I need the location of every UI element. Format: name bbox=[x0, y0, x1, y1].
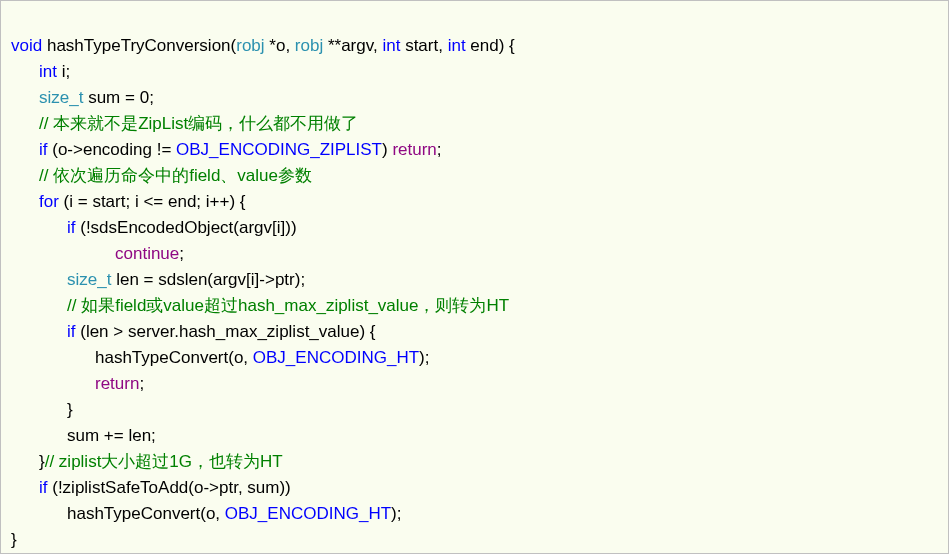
for-header: (i = start; i <= end; i++) { bbox=[59, 192, 246, 211]
type-int: int bbox=[382, 36, 400, 55]
type-robj: robj bbox=[236, 36, 264, 55]
line-2: int i; bbox=[11, 62, 70, 81]
type-int: int bbox=[39, 62, 57, 81]
call-hashtypeconvert: hashTypeConvert(o, bbox=[95, 348, 253, 367]
line-4: // 本来就不是ZipList编码，什么都不用做了 bbox=[11, 114, 358, 133]
brace-open: ) { bbox=[499, 36, 515, 55]
type-size-t: size_t bbox=[39, 88, 83, 107]
line-11: // 如果field或value超过hash_max_ziplist_value… bbox=[11, 296, 509, 315]
line-15: } bbox=[11, 400, 73, 419]
keyword-if: if bbox=[67, 218, 76, 237]
const-encoding-ziplist: OBJ_ENCODING_ZIPLIST bbox=[176, 140, 382, 159]
stmt-sum: sum += len; bbox=[67, 426, 156, 445]
brace-close: } bbox=[67, 400, 73, 419]
line-3: size_t sum = 0; bbox=[11, 88, 154, 107]
code-snippet: void hashTypeTryConversion(robj *o, robj… bbox=[0, 0, 949, 554]
type-int: int bbox=[448, 36, 466, 55]
line-6: // 依次遍历命令中的field、value参数 bbox=[11, 166, 312, 185]
keyword-for: for bbox=[39, 192, 59, 211]
keyword-return: return bbox=[392, 140, 436, 159]
line-17: }// ziplist大小超过1G，也转为HT bbox=[11, 452, 283, 471]
comment: // ziplist大小超过1G，也转为HT bbox=[45, 452, 283, 471]
keyword-if: if bbox=[39, 478, 48, 497]
literal-0: 0 bbox=[140, 88, 149, 107]
op-assign: = bbox=[125, 88, 135, 107]
comment: // 如果field或value超过hash_max_ziplist_value… bbox=[67, 296, 509, 315]
line-10: size_t len = sdslen(argv[i]->ptr); bbox=[11, 270, 305, 289]
brace-close: } bbox=[11, 530, 17, 549]
line-13: hashTypeConvert(o, OBJ_ENCODING_HT); bbox=[11, 348, 429, 367]
line-18: if (!ziplistSafeToAdd(o->ptr, sum)) bbox=[11, 478, 291, 497]
keyword-void: void bbox=[11, 36, 42, 55]
call-hashtypeconvert: hashTypeConvert(o, bbox=[67, 504, 225, 523]
paren-close: ); bbox=[391, 504, 401, 523]
semicolon: ; bbox=[179, 244, 184, 263]
keyword-if: if bbox=[39, 140, 48, 159]
line-5: if (o->encoding != OBJ_ENCODING_ZIPLIST)… bbox=[11, 140, 442, 159]
line-20: } bbox=[11, 530, 17, 549]
paren-close: ); bbox=[419, 348, 429, 367]
param-end: end bbox=[470, 36, 498, 55]
var-sum: sum bbox=[88, 88, 120, 107]
paren-close: ) bbox=[382, 140, 392, 159]
semicolon: ; bbox=[437, 140, 442, 159]
var-i: i; bbox=[62, 62, 71, 81]
if-cond: (len > server.hash_max_ziplist_value) { bbox=[76, 322, 376, 341]
semicolon: ; bbox=[149, 88, 154, 107]
if-cond: (!sdsEncodedObject(argv[i])) bbox=[76, 218, 297, 237]
line-9: continue; bbox=[11, 244, 184, 263]
semicolon: ; bbox=[139, 374, 144, 393]
keyword-if: if bbox=[67, 322, 76, 341]
comment: // 依次遍历命令中的field、value参数 bbox=[39, 166, 312, 185]
const-encoding-ht: OBJ_ENCODING_HT bbox=[253, 348, 419, 367]
comment: // 本来就不是ZipList编码，什么都不用做了 bbox=[39, 114, 358, 133]
keyword-return: return bbox=[95, 374, 139, 393]
line-8: if (!sdsEncodedObject(argv[i])) bbox=[11, 218, 297, 237]
line-1: void hashTypeTryConversion(robj *o, robj… bbox=[11, 36, 515, 55]
type-size-t: size_t bbox=[67, 270, 111, 289]
line-16: sum += len; bbox=[11, 426, 156, 445]
keyword-continue: continue bbox=[115, 244, 179, 263]
type-robj: robj bbox=[295, 36, 323, 55]
line-7: for (i = start; i <= end; i++) { bbox=[11, 192, 245, 211]
line-14: return; bbox=[11, 374, 144, 393]
expr: (o->encoding != bbox=[52, 140, 176, 159]
stmt-len: len = sdslen(argv[i]->ptr); bbox=[111, 270, 305, 289]
param-start: start bbox=[405, 36, 438, 55]
const-encoding-ht: OBJ_ENCODING_HT bbox=[225, 504, 391, 523]
if-cond: (!ziplistSafeToAdd(o->ptr, sum)) bbox=[48, 478, 291, 497]
line-19: hashTypeConvert(o, OBJ_ENCODING_HT); bbox=[11, 504, 401, 523]
param-argv: **argv bbox=[328, 36, 373, 55]
param-o: *o bbox=[269, 36, 285, 55]
line-12: if (len > server.hash_max_ziplist_value)… bbox=[11, 322, 376, 341]
function-name: hashTypeTryConversion bbox=[47, 36, 231, 55]
